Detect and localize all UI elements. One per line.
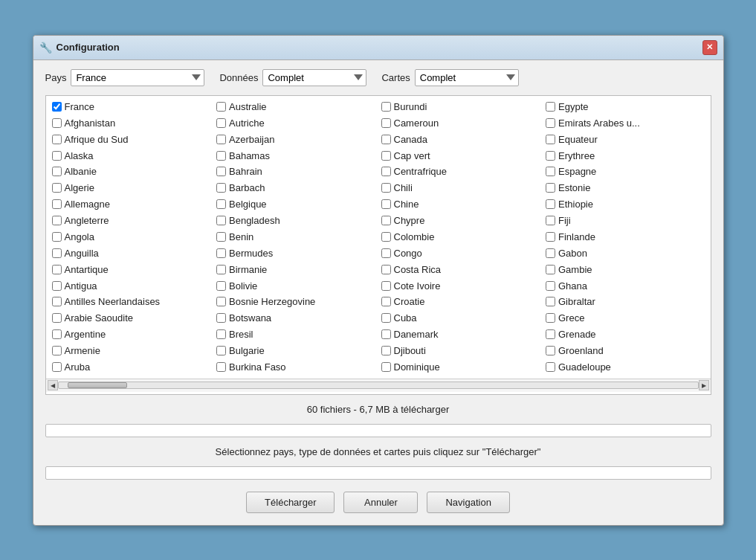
country-checkbox-autriche[interactable] (216, 118, 226, 128)
country-label-canada[interactable]: Canada (394, 134, 428, 145)
country-checkbox-burundi[interactable] (381, 102, 391, 112)
country-checkbox-ghana[interactable] (546, 281, 555, 291)
cartes-select[interactable]: Complet Basique (415, 69, 519, 86)
country-label-bermudes[interactable]: Bermudes (229, 248, 273, 259)
country-checkbox-france[interactable] (52, 102, 62, 112)
country-checkbox-ethiopie[interactable] (546, 199, 555, 209)
country-checkbox-barbach[interactable] (216, 183, 226, 193)
country-checkbox-fiji[interactable] (546, 216, 555, 225)
donnees-select[interactable]: Complet Basique (262, 69, 366, 86)
country-label-afrique-du-sud[interactable]: Afrique du Sud (65, 134, 129, 145)
country-label-djibouti[interactable]: Djibouti (394, 345, 426, 356)
country-label-egypte[interactable]: Egypte (558, 101, 588, 112)
country-checkbox-grece[interactable] (546, 313, 555, 323)
country-checkbox-aruba[interactable] (52, 362, 62, 372)
country-checkbox-croatie[interactable] (381, 297, 391, 306)
country-checkbox-egypte[interactable] (546, 102, 555, 112)
country-label-anguilla[interactable]: Anguilla (65, 248, 99, 259)
country-checkbox-cuba[interactable] (381, 313, 391, 323)
scroll-left-arrow[interactable]: ◀ (48, 380, 58, 390)
country-label-finlande[interactable]: Finlande (558, 231, 595, 242)
country-checkbox-costa-rica[interactable] (381, 265, 391, 274)
country-label-danemark[interactable]: Danemark (394, 329, 439, 340)
country-label-benin[interactable]: Benin (229, 231, 253, 242)
country-label-cap-vert[interactable]: Cap vert (394, 150, 430, 161)
country-checkbox-belgique[interactable] (216, 199, 226, 209)
country-checkbox-antartique[interactable] (52, 265, 62, 274)
country-label-alaska[interactable]: Alaska (65, 150, 94, 161)
country-checkbox-gibraltar[interactable] (546, 297, 555, 306)
country-label-ghana[interactable]: Ghana (558, 280, 587, 292)
country-label-bahrain[interactable]: Bahrain (229, 166, 262, 177)
country-checkbox-danemark[interactable] (381, 329, 391, 339)
country-checkbox-chine[interactable] (381, 199, 391, 209)
country-label-bresil[interactable]: Bresil (229, 329, 253, 340)
country-label-cuba[interactable]: Cuba (394, 312, 417, 324)
country-label-chili[interactable]: Chili (394, 182, 413, 193)
country-checkbox-erythree[interactable] (546, 151, 555, 161)
scroll-thumb[interactable] (68, 382, 127, 388)
country-checkbox-burkina-faso[interactable] (216, 362, 226, 372)
country-label-armenie[interactable]: Armenie (65, 345, 100, 356)
country-label-cote-ivoire[interactable]: Cote Ivoire (394, 280, 441, 292)
country-label-erythree[interactable]: Erythree (558, 150, 595, 161)
country-checkbox-espagne[interactable] (546, 167, 555, 176)
country-checkbox-armenie[interactable] (52, 346, 62, 355)
scroll-right-arrow[interactable]: ▶ (699, 380, 709, 390)
country-checkbox-angleterre[interactable] (52, 216, 62, 225)
country-label-azerbaijan[interactable]: Azerbaijan (229, 134, 274, 145)
country-checkbox-benin[interactable] (216, 232, 226, 242)
country-label-antigua[interactable]: Antigua (65, 280, 97, 292)
country-label-angleterre[interactable]: Angleterre (65, 215, 109, 226)
country-checkbox-australie[interactable] (216, 102, 226, 112)
country-checkbox-cameroun[interactable] (381, 118, 391, 128)
close-button[interactable]: ✕ (702, 40, 717, 55)
country-label-bosnie-herzegovine[interactable]: Bosnie Herzegovine (229, 296, 315, 307)
country-checkbox-alaska[interactable] (52, 151, 62, 161)
country-checkbox-bengladesh[interactable] (216, 216, 226, 225)
telecharger-button[interactable]: Télécharger (246, 492, 335, 513)
country-checkbox-allemagne[interactable] (52, 199, 62, 209)
country-checkbox-anguilla[interactable] (52, 248, 62, 258)
country-checkbox-bahamas[interactable] (216, 151, 226, 161)
country-label-bulgarie[interactable]: Bulgarie (229, 345, 265, 356)
country-label-birmanie[interactable]: Birmanie (229, 264, 267, 275)
country-checkbox-cap-vert[interactable] (381, 151, 391, 161)
country-checkbox-colombie[interactable] (381, 232, 391, 242)
country-checkbox-algerie[interactable] (52, 183, 62, 193)
country-checkbox-chypre[interactable] (381, 216, 391, 225)
country-label-centrafrique[interactable]: Centrafrique (394, 166, 448, 177)
pays-select[interactable]: France Afghanistan Allemagne (71, 69, 204, 86)
country-checkbox-antilles-neel[interactable] (52, 297, 62, 306)
country-label-angola[interactable]: Angola (65, 231, 94, 242)
country-checkbox-afghanistan[interactable] (52, 118, 62, 128)
country-checkbox-birmanie[interactable] (216, 265, 226, 274)
country-label-grenade[interactable]: Grenade (558, 329, 596, 340)
country-label-arabie-saoudite[interactable]: Arabie Saoudite (65, 312, 134, 324)
country-label-chypre[interactable]: Chypre (394, 215, 425, 226)
country-label-belgique[interactable]: Belgique (229, 199, 267, 210)
country-label-fiji[interactable]: Fiji (558, 215, 571, 226)
country-checkbox-afrique-du-sud[interactable] (52, 135, 62, 144)
navigation-button[interactable]: Navigation (427, 492, 509, 513)
country-checkbox-bolivie[interactable] (216, 281, 226, 291)
country-checkbox-arabie-saoudite[interactable] (52, 313, 62, 323)
country-checkbox-bahrain[interactable] (216, 167, 226, 176)
country-label-dominique[interactable]: Dominique (394, 361, 440, 373)
country-label-estonie[interactable]: Estonie (558, 182, 590, 193)
country-label-ethiopie[interactable]: Ethiopie (558, 199, 593, 210)
country-label-guadeloupe[interactable]: Guadeloupe (558, 361, 611, 373)
country-checkbox-congo[interactable] (381, 248, 391, 258)
country-label-bengladesh[interactable]: Bengladesh (229, 215, 280, 226)
country-checkbox-bulgarie[interactable] (216, 346, 226, 355)
country-checkbox-djibouti[interactable] (381, 346, 391, 355)
country-checkbox-argentine[interactable] (52, 329, 62, 339)
country-label-aruba[interactable]: Aruba (65, 361, 91, 373)
country-label-groenland[interactable]: Groenland (558, 345, 604, 356)
country-checkbox-gabon[interactable] (546, 248, 555, 258)
country-checkbox-estonie[interactable] (546, 183, 555, 193)
country-label-equateur[interactable]: Equateur (558, 134, 598, 145)
country-checkbox-botswana[interactable] (216, 313, 226, 323)
country-checkbox-emirats-arabes-u[interactable] (546, 118, 555, 128)
country-label-bahamas[interactable]: Bahamas (229, 150, 270, 161)
